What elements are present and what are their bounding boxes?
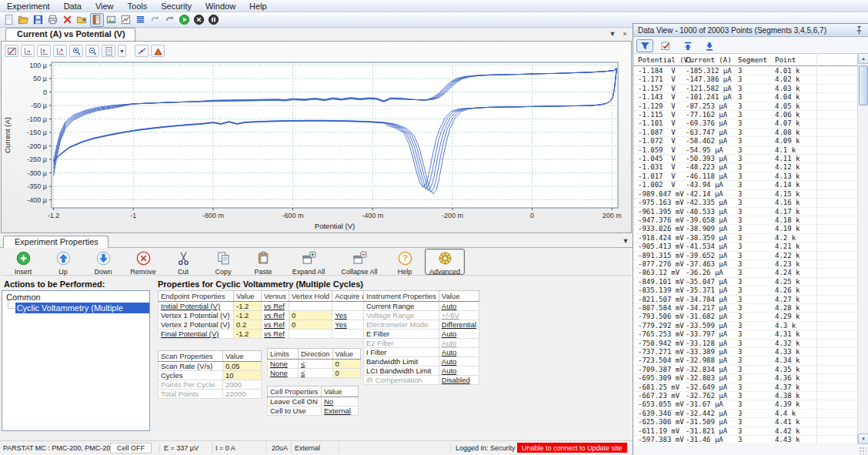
endpoint-properties-cell[interactable]: vs Ref: [262, 302, 289, 311]
instrument-properties-cell[interactable]: Auto: [439, 330, 479, 339]
save-icon[interactable]: [32, 13, 45, 27]
limits-cell[interactable]: 0: [332, 369, 360, 378]
open-icon[interactable]: [17, 13, 31, 27]
graph-icon[interactable]: [119, 13, 133, 27]
table-row[interactable]: -1.002 V-43.94 µA34.14 k: [633, 181, 857, 189]
scrollbar-thumb[interactable]: [859, 65, 868, 105]
table-row[interactable]: -1.017 V-46.118 µA34.13 k: [633, 172, 857, 181]
cut-button[interactable]: Cut: [163, 249, 203, 275]
table-row[interactable]: -681.25 mV-32.649 µA34.37 k: [633, 383, 857, 392]
export-page-icon[interactable]: [102, 45, 115, 57]
table-row[interactable]: -1.045 V-50.393 µA34.11 k: [633, 155, 857, 163]
table-row[interactable]: -750.942 mV-33.128 µA34.32 k: [633, 340, 857, 348]
data-list-icon[interactable]: [134, 13, 148, 27]
cv-plot[interactable]: -1.2-1-800 m-600 m-400 m-200 m0200 m100 …: [2, 59, 630, 231]
zoom-in-icon[interactable]: [69, 45, 83, 57]
tree-item-common[interactable]: Common: [5, 292, 149, 303]
menu-help[interactable]: Help: [242, 0, 274, 12]
table-row[interactable]: -849.101 mV-35.047 µA34.25 k: [633, 278, 857, 286]
scale-x-icon[interactable]: [21, 45, 35, 57]
resize-grip[interactable]: [859, 447, 866, 454]
delete-icon[interactable]: [61, 13, 75, 27]
endpoint-properties-cell[interactable]: vs Ref: [262, 311, 289, 320]
down-button[interactable]: Down: [83, 249, 123, 275]
table-row[interactable]: -737.271 mV-33.389 µA34.33 k: [633, 348, 857, 356]
endpoint-properties-cell[interactable]: vs Ref: [262, 320, 289, 330]
zoom-out-icon[interactable]: [85, 45, 99, 57]
copy-button[interactable]: Copy: [203, 249, 243, 275]
notebook-icon[interactable]: [90, 13, 104, 27]
instrument-properties-cell[interactable]: Auto: [439, 366, 479, 376]
table-row[interactable]: -597.383 mV-31.46 µA34.43 k: [633, 436, 857, 444]
edit-points-icon[interactable]: [658, 39, 675, 52]
table-row[interactable]: -1.157 V-121.582 µA34.03 k: [633, 85, 857, 93]
table-row[interactable]: -807.584 mV-34.217 µA34.28 k: [633, 304, 857, 313]
filter-icon[interactable]: [636, 39, 653, 52]
endpoint-properties-cell[interactable]: 0.2: [234, 320, 262, 330]
table-row[interactable]: -821.507 mV-34.784 µA34.27 k: [633, 296, 857, 304]
table-row[interactable]: -1.171 V-147.386 µA34.02 k: [633, 75, 857, 84]
scale-auto-icon[interactable]: [53, 45, 67, 57]
insert-button[interactable]: Insert: [3, 249, 43, 275]
marker-line-icon[interactable]: [135, 45, 149, 57]
instrument-properties-cell[interactable]: Auto: [439, 302, 479, 311]
scroll-down-icon[interactable]: ▼: [858, 433, 868, 444]
advanced-button[interactable]: Advanced: [425, 249, 465, 275]
instrument-properties-cell[interactable]: Auto: [439, 357, 479, 366]
table-row[interactable]: -918.424 mV-38.359 µA34.2 k: [633, 234, 857, 243]
pin-icon[interactable]: [854, 25, 864, 35]
endpoint-properties-cell[interactable]: Initial Potential (V): [159, 302, 234, 311]
tab-experiment-properties[interactable]: Experiment Properties: [3, 236, 108, 248]
pause-icon[interactable]: [207, 13, 221, 27]
table-row[interactable]: -1.101 V-69.376 µA34.07 k: [633, 119, 857, 128]
move-down-icon[interactable]: [701, 39, 718, 52]
table-row[interactable]: -989.047 mV-42.14 µA34.15 k: [633, 190, 857, 199]
print-icon[interactable]: [46, 13, 60, 27]
limits-cell[interactable]: ≤: [299, 369, 333, 378]
chevron-down-icon[interactable]: ▼: [607, 30, 618, 39]
table-row[interactable]: -933.026 mV-38.909 µA34.19 k: [633, 225, 857, 233]
endpoint-properties-cell[interactable]: vs Ref: [262, 330, 289, 339]
scan-properties-cell[interactable]: 0.05: [223, 362, 262, 371]
endpoint-properties-cell[interactable]: -1.2: [234, 302, 262, 311]
menu-experiment[interactable]: Experiment: [0, 0, 57, 12]
tab-current-vs-potential[interactable]: Current (A) vs Potential (V): [5, 28, 135, 41]
menu-window[interactable]: Window: [199, 0, 242, 12]
menu-security[interactable]: Security: [154, 0, 199, 12]
table-row[interactable]: -1.031 V-48.223 µA34.12 k: [633, 163, 857, 172]
image-icon[interactable]: [105, 13, 119, 27]
endpoint-properties-cell[interactable]: -1.2: [234, 311, 262, 320]
up-button[interactable]: Up: [43, 249, 83, 275]
table-row[interactable]: -961.395 mV-40.533 µA34.17 k: [633, 208, 857, 216]
table-row[interactable]: -1.087 V-63.747 µA34.08 k: [633, 129, 857, 137]
table-row[interactable]: -891.315 mV-39.652 µA34.22 k: [633, 252, 857, 260]
table-row[interactable]: -723.504 mV-32.988 µA34.34 k: [633, 356, 857, 365]
table-row[interactable]: -765.253 mV-33.797 µA34.31 k: [633, 330, 857, 339]
scale-y-icon[interactable]: [37, 45, 51, 57]
paste-button[interactable]: Paste: [243, 249, 283, 275]
endpoint-properties-cell[interactable]: 0: [289, 320, 332, 330]
data-column-header-1[interactable]: Potential (V): [638, 56, 692, 64]
rerun-icon[interactable]: [149, 13, 162, 27]
table-row[interactable]: -1.143 V-101.241 µA34.04 k: [633, 93, 857, 102]
instrument-properties-cell[interactable]: Differential: [439, 320, 479, 330]
table-row[interactable]: -835.139 mV-35.371 µA34.26 k: [633, 286, 857, 295]
table-row[interactable]: -1.072 V-58.462 µA34.09 k: [633, 137, 857, 146]
table-row[interactable]: -1.129 V-87.253 µA34.05 k: [633, 102, 857, 111]
expand-all-button[interactable]: Expand All: [283, 249, 334, 275]
table-row[interactable]: -625.306 mV-31.509 µA34.41 k: [633, 418, 857, 427]
limits-cell[interactable]: None: [268, 360, 299, 369]
endpoint-properties-cell[interactable]: -1.2: [234, 330, 262, 339]
table-row[interactable]: -695.309 mV-32.803 µA34.36 k: [633, 374, 857, 383]
table-row[interactable]: -1.184 V-185.312 µA34.01 k: [633, 67, 857, 75]
properties-chevron-down-icon[interactable]: ▼: [620, 237, 631, 246]
collapse-all-button[interactable]: Collapse All: [334, 249, 385, 275]
new-document-icon[interactable]: [2, 13, 16, 27]
move-up-icon[interactable]: [679, 39, 696, 52]
remove-button[interactable]: Remove: [123, 249, 163, 275]
table-row[interactable]: -639.346 mV-32.442 µA34.4 k: [633, 410, 857, 418]
table-row[interactable]: -905.413 mV-41.534 µA34.21 k: [633, 243, 857, 251]
instrument-properties-cell[interactable]: Auto: [439, 339, 479, 348]
table-row[interactable]: -667.23 mV-32.762 µA34.38 k: [633, 392, 857, 400]
instrument-properties-cell[interactable]: Auto: [439, 348, 479, 357]
